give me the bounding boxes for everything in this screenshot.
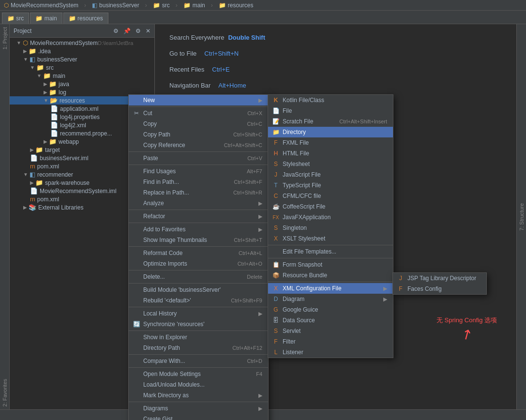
menu-item-xml-config[interactable]: X XML Configuration File ▶: [268, 283, 393, 294]
find-path-icon: [133, 178, 140, 186]
tree-item-main[interactable]: ▼ 📁 main: [10, 72, 154, 80]
delete-icon: [133, 273, 140, 281]
menu-item-typescript[interactable]: T TypeScript File: [268, 180, 393, 191]
menu-item-diagrams[interactable]: Diagrams ▶: [129, 403, 268, 414]
replace-path-icon: [133, 189, 140, 196]
optimize-icon: [133, 260, 140, 268]
servlet-icon: S: [272, 327, 280, 335]
menu-item-scratch-file[interactable]: 📝 Scratch File Ctrl+Alt+Shift+Insert: [268, 116, 393, 127]
filter-icon: F: [272, 338, 280, 345]
menu-item-reformat[interactable]: Reformat Code Ctrl+Alt+L: [129, 248, 268, 258]
menu-item-mark-directory[interactable]: Mark Directory as ▶: [129, 390, 268, 401]
menu-item-rebuild[interactable]: Rebuild '<default>' Ctrl+Shift+F9: [129, 295, 268, 306]
tree-item-java[interactable]: ▶ 📁 java: [10, 80, 154, 88]
menu-item-resource-bundle[interactable]: 📦 Resource Bundle: [268, 270, 393, 281]
menu-item-directory[interactable]: 📁 Directory: [268, 127, 393, 137]
menu-item-kotlin[interactable]: K Kotlin File/Class: [268, 95, 393, 105]
menu-item-copy[interactable]: Copy Ctrl+C: [129, 119, 268, 129]
kotlin-icon: K: [272, 96, 280, 104]
menu-item-local-history[interactable]: Local History ▶: [129, 308, 268, 319]
menu-item-listener[interactable]: L Listener: [268, 347, 393, 358]
menu-item-faces-config[interactable]: F Faces Config: [393, 284, 486, 294]
menu-item-refactor[interactable]: Refactor ▶: [129, 211, 268, 222]
menu-item-stylesheet[interactable]: S Stylesheet: [268, 159, 393, 169]
project-close-icon[interactable]: ✕: [146, 28, 150, 34]
menu-item-analyze[interactable]: Analyze ▶: [129, 198, 268, 209]
menu-item-show-thumbnails[interactable]: Show Image Thumbnails Ctrl+Shift+T: [129, 235, 268, 245]
project-settings-icon[interactable]: ⚙: [113, 28, 119, 34]
menu-item-copy-path[interactable]: Copy Path Ctrl+Shift+C: [129, 129, 268, 140]
menu-item-new[interactable]: New ▶: [129, 95, 268, 105]
separator-4: [129, 210, 268, 210]
copy-path-icon: [133, 131, 140, 138]
sidebar-tab-project[interactable]: 1: Project: [1, 24, 9, 52]
menu-item-form-snapshot[interactable]: 📋 Form Snapshot: [268, 259, 393, 270]
menu-item-file[interactable]: 📄 File: [268, 105, 393, 116]
menu-item-cut[interactable]: ✂ Cut Ctrl+X: [129, 108, 268, 119]
menu-item-directory-path[interactable]: Directory Path Ctrl+Alt+F12: [129, 343, 268, 353]
menu-item-replace-in-path[interactable]: Replace in Path... Ctrl+Shift+R: [129, 187, 268, 198]
menu-item-find-usages[interactable]: Find Usages Alt+F7: [129, 166, 268, 177]
menu-item-javafx[interactable]: FX JavaFXApplication: [268, 212, 393, 223]
menu-item-add-favorites[interactable]: Add to Favorites ▶: [129, 224, 268, 235]
tree-item-src[interactable]: ▼ 📁 src: [10, 63, 154, 72]
menu-item-compare-with[interactable]: Compare With... Ctrl+D: [129, 356, 268, 366]
project-gear-icon[interactable]: ⚙: [135, 28, 141, 34]
src-folder-icon: 📁: [153, 2, 160, 9]
menu-item-delete[interactable]: Delete... Delete: [129, 271, 268, 282]
tree-item-movierecommendsystem[interactable]: ▼ ⬡ MovieRecommendSystem D:\learn\JetBra: [10, 39, 154, 47]
menu-item-cfml[interactable]: C CFML/CFC file: [268, 191, 393, 201]
left-edge-panel: 1: Project 2: Favorites: [0, 24, 10, 409]
separator-new-1: [268, 245, 393, 245]
tab-resources[interactable]: 📁 resources: [63, 13, 108, 24]
module-crumb[interactable]: ◧ businessServer: [92, 2, 139, 9]
menu-item-coffeescript[interactable]: ☕ CoffeeScript File: [268, 201, 393, 212]
tree-item-idea[interactable]: ▶ 📁 .idea: [10, 47, 154, 55]
build-icon: [133, 286, 140, 294]
shortcut-recent-files: Recent Files Ctrl+E: [169, 66, 511, 73]
tree-item-businessserver[interactable]: ▼ ◧ businessServer: [10, 55, 154, 63]
project-crumb[interactable]: ⬡ MovieRecommendSystem: [4, 2, 78, 9]
resources-crumb[interactable]: 📁 resources: [219, 2, 254, 9]
tab-main[interactable]: 📁 main: [30, 13, 62, 24]
ts-icon: T: [272, 181, 280, 189]
menu-item-module-settings[interactable]: Open Module Settings F4: [129, 369, 268, 379]
menu-item-show-in-explorer[interactable]: Show in Explorer: [129, 332, 268, 343]
tab-src[interactable]: 📁 src: [2, 13, 29, 24]
templates-icon: [272, 248, 280, 255]
diagram-icon: D: [272, 295, 280, 303]
menu-item-edit-templates[interactable]: Edit File Templates...: [268, 246, 393, 257]
new-icon: [133, 96, 140, 104]
menu-item-singleton[interactable]: S Singleton: [268, 223, 393, 233]
menu-item-paste[interactable]: Paste Ctrl+V: [129, 153, 268, 164]
menu-item-servlet[interactable]: S Servlet: [268, 326, 393, 336]
menu-item-load-unload[interactable]: Load/Unload Modules...: [129, 379, 268, 390]
menu-item-optimize-imports[interactable]: Optimize Imports Ctrl+Alt+O: [129, 258, 268, 269]
menu-item-find-in-path[interactable]: Find in Path... Ctrl+Shift+F: [129, 177, 268, 187]
separator-1: [129, 106, 268, 107]
menu-item-google-guice[interactable]: G Google Guice: [268, 304, 393, 315]
guice-icon: G: [272, 306, 280, 314]
project-pin-icon[interactable]: 📌: [123, 28, 131, 34]
menu-item-fxml[interactable]: F FXML File: [268, 137, 393, 148]
sidebar-tab-favorites[interactable]: 2: Favorites: [1, 376, 9, 409]
menu-item-diagram[interactable]: D Diagram ▶: [268, 294, 393, 304]
sidebar-tab-structure[interactable]: 7: Structure: [518, 200, 526, 234]
shortcut-nav-bar: Navigation Bar Alt+Home: [169, 82, 511, 89]
right-tabs: 7: Structure: [516, 24, 526, 409]
menu-item-jsp-tag[interactable]: J JSP Tag Library Descriptor: [393, 273, 486, 284]
context-menu-main: New ▶ ✂ Cut Ctrl+X Copy Ctrl+C Copy Path…: [128, 94, 269, 420]
separator-9: [129, 307, 268, 307]
menu-item-synchronize[interactable]: 🔄 Synchronize 'resources': [129, 319, 268, 330]
menu-item-create-gist[interactable]: Create Gist...: [129, 414, 268, 420]
menu-item-build-module[interactable]: Build Module 'businessServer': [129, 285, 268, 295]
menu-item-xslt[interactable]: X XSLT Stylesheet: [268, 233, 393, 244]
main-crumb[interactable]: 📁 main: [183, 2, 205, 9]
menu-item-data-source[interactable]: 🗄 Data Source: [268, 315, 393, 326]
menu-item-filter[interactable]: F Filter: [268, 336, 393, 347]
top-bar: ⬡ MovieRecommendSystem › ◧ businessServe…: [0, 0, 526, 11]
src-crumb[interactable]: 📁 src: [153, 2, 170, 9]
menu-item-html[interactable]: H HTML File: [268, 148, 393, 159]
menu-item-javascript[interactable]: J JavaScript File: [268, 169, 393, 180]
menu-item-copy-reference[interactable]: Copy Reference Ctrl+Alt+Shift+C: [129, 140, 268, 150]
